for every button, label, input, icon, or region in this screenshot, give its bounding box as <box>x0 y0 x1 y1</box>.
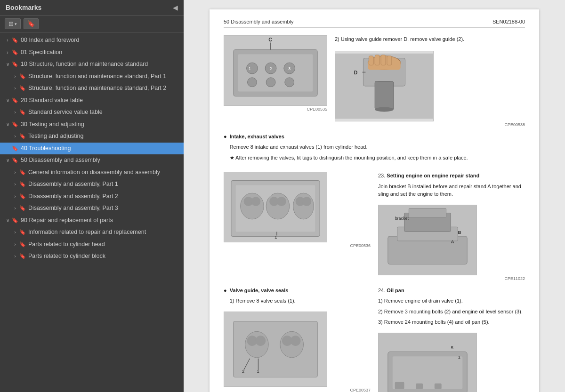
intake-exhaust-desc: Remove 8 intake and exhaust valves (1) f… <box>230 143 468 151</box>
arrow-icon-10-structure-part2: › <box>11 85 19 92</box>
step-23-num: 23. <box>378 173 385 178</box>
right-col-3: 24. Oil pan 1) Remove engine oil drain v… <box>378 287 525 392</box>
sidebar-item-30-testing[interactable]: ∨🔖30 Testing and adjusting <box>0 119 184 131</box>
item-label-20-standard-service: Standard service value table <box>28 108 180 117</box>
bookmark-icon-index-foreword: 🔖 <box>11 37 19 44</box>
doc-image-6: 5 1 2 3 4 <box>378 333 477 392</box>
svg-text:1: 1 <box>249 66 251 71</box>
item-label-10-structure-part2: Structure, function and maintenance stan… <box>28 84 180 93</box>
left-col-3: ● Valve guide, valve seals 1) Remove 8 v… <box>224 287 371 392</box>
image-wrapper-6: 5 1 2 3 4 CPE11023 <box>378 333 525 392</box>
svg-text:2: 2 <box>270 66 272 71</box>
svg-point-6 <box>248 78 257 87</box>
svg-rect-66 <box>435 383 442 389</box>
arrow-icon-90-cylinder-block: › <box>11 253 19 260</box>
doc-image-1: C 1 2 3 <box>224 35 327 106</box>
sidebar-content[interactable]: ›🔖00 Index and foreword›🔖01 Specificatio… <box>0 32 184 392</box>
item-label-50-disassembly: 50 Disassembly and assembly <box>21 156 180 165</box>
sidebar-item-50-disassembly[interactable]: ∨🔖50 Disassembly and assembly <box>0 154 184 167</box>
bookmark-icon-90-info: 🔖 <box>19 229 26 236</box>
svg-point-32 <box>293 193 314 219</box>
bookmark-icon-50-part1: 🔖 <box>19 181 26 188</box>
image-wrapper-3: 1 CPE00536 <box>224 172 371 248</box>
svg-text:C: C <box>268 37 272 42</box>
sidebar-item-10-structure[interactable]: ∨🔖10 Structure, function and maintenance… <box>0 58 184 71</box>
arrow-icon-30-testing: ∨ <box>4 121 11 128</box>
svg-rect-24 <box>387 56 392 65</box>
view-options-button[interactable]: ⊞ ▾ <box>5 18 21 29</box>
doc-image-5: 1 2 <box>224 312 327 387</box>
step-2-desc: Using valve guide remover D, remove valv… <box>341 36 464 42</box>
svg-text:A: A <box>451 239 454 244</box>
right-col-2: 23. Setting engine on engine repair stan… <box>378 172 525 281</box>
step-23-title: Setting engine on engine repair stand <box>387 173 479 178</box>
sidebar-item-50-general[interactable]: ›🔖General information on disassembly and… <box>0 167 184 179</box>
bookmark-icon-50-part3: 🔖 <box>19 205 26 212</box>
sidebar-header: Bookmarks ◀ <box>0 0 184 16</box>
svg-rect-65 <box>416 383 423 389</box>
sidebar-item-30-testing-sub[interactable]: ›🔖Testing and adjusting <box>0 130 184 143</box>
step-23-text: 23. Setting engine on engine repair stan… <box>378 172 525 201</box>
image-wrapper-4: A B bracket CPE11022 <box>378 205 525 281</box>
bookmark-icon-40-troubleshooting: 🔖 <box>11 145 19 152</box>
bookmark-button[interactable]: 🔖 <box>24 18 39 29</box>
svg-text:5: 5 <box>451 345 454 350</box>
sidebar-item-50-part2[interactable]: ›🔖Disassembly and assembly, Part 2 <box>0 191 184 203</box>
bookmark-icon-20-standard-service: 🔖 <box>19 109 26 116</box>
arrow-icon-90-repair: ∨ <box>4 217 11 224</box>
bookmark-icon-90-cylinder-head: 🔖 <box>19 241 26 248</box>
sidebar-item-90-cylinder-block[interactable]: ›🔖Parts related to cylinder block <box>0 250 184 263</box>
sidebar-item-01-specification[interactable]: ›🔖01 Specification <box>0 47 184 59</box>
svg-point-30 <box>241 193 264 219</box>
step-2-num: 2) <box>335 36 339 42</box>
arrow-icon-20-standard-service: › <box>11 109 19 116</box>
arrow-icon-20-standard: ∨ <box>4 97 11 104</box>
intake-exhaust-text: ● Intake, exhaust valves Remove 8 intake… <box>224 133 525 165</box>
sidebar-item-20-standard[interactable]: ∨🔖20 Standard value table <box>0 95 184 107</box>
item-label-90-info: Information related to repair and replac… <box>28 228 180 237</box>
valve-guide-desc: 1) Remove 8 valve seals (1). <box>230 297 296 305</box>
arrow-icon-index-foreword: › <box>4 37 11 44</box>
svg-rect-45 <box>409 208 446 218</box>
intake-exhaust-title: Intake, exhaust valves <box>230 134 284 139</box>
image-4-caption: CPE11022 <box>378 276 525 281</box>
sidebar-item-10-structure-part2[interactable]: ›🔖Structure, function and maintenance st… <box>0 82 184 95</box>
image-1-caption: CPE00535 <box>224 107 327 112</box>
arrow-icon-01-specification: › <box>4 49 11 56</box>
arrow-icon-50-part1: › <box>11 181 19 188</box>
sidebar-item-index-foreword[interactable]: ›🔖00 Index and foreword <box>0 34 184 47</box>
doc-ref-number: SEN02188-00 <box>492 19 525 24</box>
intake-exhaust-star: ★ After removing the valves, fit tags to… <box>230 154 468 162</box>
sidebar-item-10-structure-part1[interactable]: ›🔖Structure, function and maintenance st… <box>0 71 184 83</box>
sidebar-item-90-repair[interactable]: ∨🔖90 Repair and replacement of parts <box>0 215 184 227</box>
doc-image-4: A B bracket <box>378 205 477 275</box>
svg-point-31 <box>266 193 290 219</box>
arrow-icon-50-part3: › <box>11 205 19 212</box>
sidebar-item-50-part3[interactable]: ›🔖Disassembly and assembly, Part 3 <box>0 202 184 215</box>
svg-rect-64 <box>395 382 404 389</box>
svg-point-26 <box>375 107 394 112</box>
bookmark-icon-30-testing: 🔖 <box>11 121 19 128</box>
sidebar-item-90-info[interactable]: ›🔖Information related to repair and repl… <box>0 226 184 239</box>
image-wrapper-1: C 1 2 3 CPE00535 <box>224 35 327 112</box>
close-icon[interactable]: ◀ <box>173 4 178 11</box>
content-row-1: C 1 2 3 CPE00535 2) Using valve guide re… <box>224 35 525 127</box>
step-2-text: 2) Using valve guide remover D, remove v… <box>335 35 525 46</box>
sidebar-item-20-standard-service[interactable]: ›🔖Standard service value table <box>0 106 184 119</box>
svg-point-54 <box>255 336 266 346</box>
doc-section-label: 50 Disassembly and assembly <box>224 19 294 24</box>
sidebar-item-50-part1[interactable]: ›🔖Disassembly and assembly, Part 1 <box>0 178 184 191</box>
arrow-icon-90-cylinder-head: › <box>11 241 19 248</box>
bookmark-icon-10-structure: 🔖 <box>11 61 19 68</box>
sidebar-item-90-cylinder-head[interactable]: ›🔖Parts related to cylinder head <box>0 239 184 251</box>
item-label-30-testing-sub: Testing and adjusting <box>28 132 180 141</box>
sidebar-item-40-troubleshooting[interactable]: 🔖40 Troubleshooting <box>0 143 184 155</box>
bookmark-icon-90-repair: 🔖 <box>11 217 19 224</box>
arrow-icon-30-testing-sub: › <box>11 133 19 140</box>
main-content[interactable]: 50 Disassembly and assembly SEN02188-00 <box>184 0 565 392</box>
svg-point-8 <box>285 78 294 87</box>
step-24-step1: 1) Remove engine oil drain valve (1). <box>378 297 525 305</box>
content-row-2: 1 CPE00536 23. Setting engine on engine … <box>224 172 525 281</box>
item-label-20-standard: 20 Standard value table <box>21 96 180 105</box>
step-24-num: 24. <box>378 288 385 293</box>
